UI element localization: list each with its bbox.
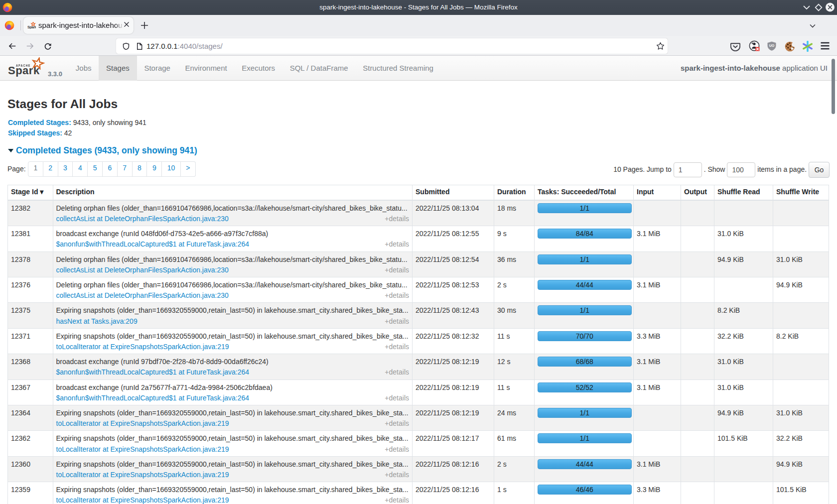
svg-text:Spark: Spark bbox=[27, 25, 36, 29]
svg-text:UO: UO bbox=[769, 44, 775, 47]
